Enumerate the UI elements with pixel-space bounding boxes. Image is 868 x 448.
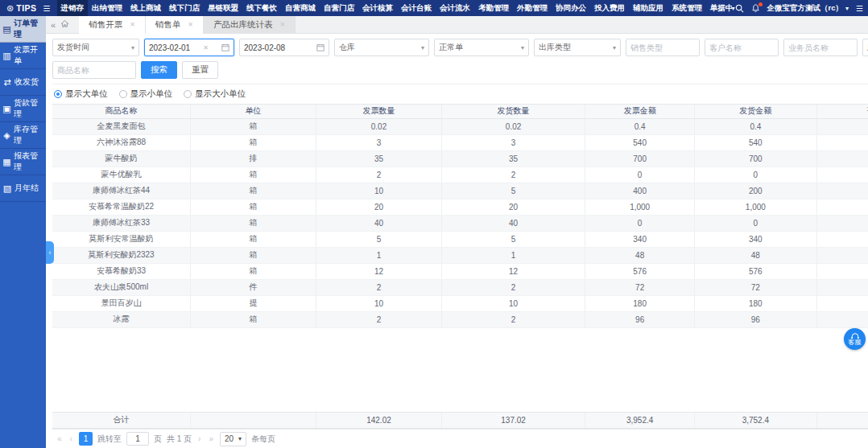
topnav-item[interactable]: 会计核算 [358, 0, 397, 16]
sidebar-item[interactable]: ◈ 库存管理 [0, 122, 46, 149]
topnav-item[interactable]: 辅助应用 [629, 0, 668, 16]
tab-bar: « 销售开票 ✕ 销售单 ✕ 产品出库统计 [46, 16, 868, 34]
table-row[interactable]: 康师傅冰红茶44 箱 10 5 400 200 40 [52, 183, 868, 199]
sidebar-item[interactable]: ⇄ 收发货 [0, 69, 46, 96]
sidebar-item[interactable]: ▤ 订单管理 [0, 16, 46, 43]
customer-input[interactable] [709, 43, 774, 52]
notifications-bell-icon[interactable] [751, 4, 760, 13]
table-row[interactable]: 景田百岁山 提 10 10 180 180 18 [52, 295, 868, 311]
per-page-label: 条每页 [251, 434, 275, 445]
topnav-item[interactable]: 会计台账 [397, 0, 436, 16]
date-from-input[interactable]: 2023-02-01 ✕ [144, 39, 234, 56]
search-button[interactable]: 搜索 [141, 61, 177, 79]
prev-page-icon[interactable]: ‹ [68, 434, 74, 443]
warehouse-select[interactable]: 仓库 ▾ [334, 39, 429, 56]
outbound-type-label: 出库类型 [539, 42, 571, 53]
order-status-select[interactable]: 正常单 ▾ [434, 39, 529, 56]
cell-ship-amt: 48 [695, 247, 817, 263]
table-row[interactable]: 莫斯利安常温酸奶 箱 5 5 340 340 68 [52, 231, 868, 247]
sale-type-field [626, 39, 700, 56]
date-field-select[interactable]: 发货时间 ▾ [52, 39, 139, 56]
last-page-icon[interactable]: » [207, 434, 215, 443]
page-size-select[interactable]: 20 ▾ [220, 432, 246, 446]
sidebar-item[interactable]: ▧ 月年结 [0, 175, 46, 202]
table-row[interactable]: 全麦黑麦面包 箱 0.02 0.02 0.4 0.4 20 [52, 118, 868, 134]
search-icon[interactable] [735, 4, 744, 13]
table-row[interactable]: 安慕希酸奶33 箱 12 12 576 576 48 [52, 263, 868, 279]
first-page-icon[interactable]: « [56, 434, 64, 443]
cell-ship-qty: 40 [441, 215, 585, 231]
sidebar-item-label: 收发货 [14, 76, 39, 88]
table-row[interactable]: 农夫山泉500ml 件 2 2 72 72 36 [52, 279, 868, 295]
unit-option-radio[interactable]: 显示大小单位 [184, 88, 246, 100]
tab-close-icon[interactable]: ✕ [188, 21, 193, 28]
sidebar-item[interactable]: ▣ 货款管理 [0, 96, 46, 122]
topnav-item[interactable]: 单据中心 [706, 0, 731, 16]
date-to-input[interactable]: 2023-02-08 [239, 39, 329, 56]
cell-invoice-qty: 10 [316, 295, 442, 311]
cell-product-name: 冰露 [52, 311, 191, 327]
salesman-field [783, 39, 858, 56]
tab[interactable]: 产品出库统计表 ✕ [204, 16, 296, 34]
table-row[interactable]: 康师傅冰红茶33 箱 40 40 0 0 0 [52, 215, 868, 231]
current-page-button[interactable]: 1 [79, 432, 93, 446]
table-row[interactable]: 蒙牛优酸乳 箱 2 2 0 0 0 [52, 166, 868, 183]
product-category-select[interactable]: 库存商品类 ▾ [862, 39, 868, 56]
topnav-item[interactable]: 自营商城 [281, 0, 320, 16]
sidebar: ▤ 订单管理 ▥ 发票开单 ⇄ 收发货 ▣ 货款管理 ◈ 库存管理 [0, 16, 46, 448]
sidebar-item[interactable]: ▥ 发票开单 [0, 43, 46, 69]
hamburger-menu-icon[interactable]: ☰ [43, 4, 51, 13]
user-account-menu[interactable]: 企微宝官方测试（rc） ▾ [767, 3, 849, 14]
table-row[interactable]: 莫斯利安酸奶2323 箱 1 1 48 48 48 [52, 247, 868, 263]
unit-option-radio[interactable]: 显示大单位 [54, 88, 108, 100]
topnav-item[interactable]: 外勤管理 [513, 0, 552, 16]
topnav-item[interactable]: 协同办公 [552, 0, 590, 16]
topnav-item[interactable]: 线下门店 [165, 0, 204, 16]
filter-row-1: 发货时间 ▾ 2023-02-01 ✕ 2023-02-08 仓库 ▾ [52, 39, 868, 56]
home-icon[interactable] [60, 19, 69, 30]
salesman-input[interactable] [788, 43, 853, 52]
next-page-icon[interactable]: › [196, 434, 202, 443]
topnav-item[interactable]: 自营门店 [320, 0, 358, 16]
reset-button[interactable]: 重置 [182, 61, 218, 79]
topnav-item[interactable]: 出纳管理 [88, 0, 126, 16]
total-unit [191, 413, 316, 429]
table-row[interactable]: 冰露 箱 2 2 96 96 48 [52, 311, 868, 327]
topnav-right: 企微宝官方测试（rc） ▾ ☰ [735, 3, 863, 14]
tab[interactable]: 销售开票 ✕ [79, 16, 146, 34]
outbound-type-select[interactable]: 出库类型 ▾ [534, 39, 621, 56]
cell-invoice-qty: 0.02 [316, 118, 442, 134]
topnav-item[interactable]: 进销存 [57, 0, 89, 16]
column-header: 平均售价 [816, 105, 868, 118]
cell-invoice-qty: 35 [316, 150, 442, 166]
chevron-down-icon: ▾ [521, 44, 524, 51]
topnav-item[interactable]: 会计流水 [436, 0, 474, 16]
topnav-item[interactable]: 星链联盟 [204, 0, 242, 16]
clear-icon[interactable]: ✕ [203, 44, 209, 51]
topnav-item[interactable]: 考勤管理 [474, 0, 513, 16]
window-menu-icon[interactable]: ☰ [856, 4, 863, 13]
tab-close-icon[interactable]: ✕ [280, 21, 286, 28]
tabs-scroll-left-icon[interactable]: « [51, 20, 56, 30]
cell-invoice-amt: 0.4 [585, 118, 695, 134]
table-row[interactable]: 蒙牛酸奶 排 35 35 700 700 20 [52, 150, 868, 166]
topnav-item[interactable]: 系统管理 [668, 0, 706, 16]
page-content: 发货时间 ▾ 2023-02-01 ✕ 2023-02-08 仓库 ▾ [46, 34, 868, 448]
jump-page-input[interactable] [126, 432, 149, 446]
table-row[interactable]: 安慕希常温酸奶22 箱 20 20 1,000 1,000 50 [52, 199, 868, 215]
topnav-item[interactable]: 投入费用 [590, 0, 629, 16]
topnav-item[interactable]: 线上商城 [126, 0, 165, 16]
unit-option-radio[interactable]: 显示小单位 [119, 88, 173, 100]
sidebar-item[interactable]: ▦ 报表管理 [0, 149, 46, 175]
tab[interactable]: 销售单 ✕ [146, 16, 204, 34]
sidebar-collapse-handle[interactable]: ‹ [46, 241, 54, 264]
product-name-input[interactable] [57, 66, 131, 75]
sale-type-input[interactable] [630, 43, 695, 52]
tab-label: 销售开票 [89, 19, 122, 31]
total-invoice-amt: 3,952.4 [585, 413, 695, 429]
topnav-item[interactable]: 线下餐饮 [242, 0, 281, 16]
customer-service-button[interactable]: 客服 [844, 328, 866, 350]
user-name: 企微宝官方测试（rc） [767, 3, 843, 14]
tab-close-icon[interactable]: ✕ [130, 21, 135, 28]
table-row[interactable]: 六神沐浴露88 箱 3 3 540 540 180 [52, 134, 868, 150]
